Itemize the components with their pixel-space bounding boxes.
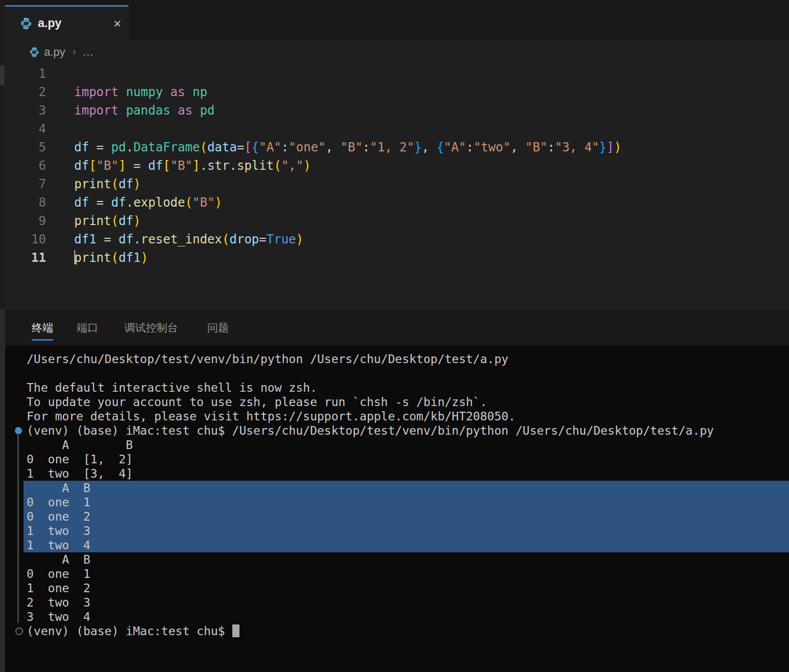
code-text: import numpy as np	[74, 83, 207, 101]
panel-tab-inactive[interactable]: 调试控制台	[124, 309, 178, 346]
line-number: 3	[5, 101, 46, 120]
terminal-line: (venv) (base) iMac:test chu$	[24, 624, 789, 638]
terminal-line-selected: 0 one 1	[24, 495, 789, 509]
terminal-output[interactable]: /Users/chu/Desktop/test/venv/bin/python …	[5, 346, 789, 672]
terminal-line: 0 one [1, 2]	[24, 452, 789, 466]
code-line-3: 3import pandas as pd	[5, 101, 789, 120]
terminal-line: (venv) (base) iMac:test chu$ /Users/chu/…	[24, 423, 789, 438]
panel-tab-inactive[interactable]: 问题	[207, 309, 229, 346]
code-line-4: 4	[5, 120, 789, 138]
terminal-line: The default interactive shell is now zsh…	[24, 380, 789, 395]
panel-tab-label: 端口	[77, 321, 98, 335]
code-text: print(df)	[74, 175, 141, 193]
breadcrumb-separator-icon: ›	[73, 46, 76, 59]
breadcrumb-file[interactable]: a.py	[44, 46, 65, 59]
command-ran-decoration-icon[interactable]	[15, 427, 22, 434]
panel-tab-inactive[interactable]: 端口	[77, 309, 98, 346]
code-text: print(df1)	[74, 249, 148, 267]
tab-a-py[interactable]: a.py ×	[5, 5, 128, 40]
terminal-line-selected: A B	[24, 481, 789, 495]
code-line-6: 6df["B"] = df["B"].str.split(",")	[5, 156, 789, 175]
terminal-line: /Users/chu/Desktop/test/venv/bin/python …	[24, 352, 789, 366]
terminal-line: A B	[24, 438, 789, 452]
code-line-2: 2import numpy as np	[5, 83, 789, 101]
terminal-line-selected: 0 one 2	[24, 509, 789, 524]
line-number: 9	[5, 212, 46, 230]
breadcrumb-symbol[interactable]: …	[82, 46, 95, 59]
vscode-window: a.py × a.py › … 12import numpy as np3imp…	[0, 0, 789, 672]
code-line-8: 8df = df.explode("B")	[5, 193, 789, 212]
left-edge-decoration	[0, 65, 5, 85]
breadcrumb[interactable]: a.py › …	[5, 40, 789, 64]
code-line-9: 9print(df)	[5, 212, 789, 230]
terminal-line: 1 one 2	[24, 581, 789, 595]
code-line-10: 10df1 = df.reset_index(drop=True)	[5, 230, 789, 249]
line-number: 6	[5, 156, 46, 175]
python-file-icon	[19, 17, 33, 30]
tab-label: a.py	[38, 16, 61, 30]
left-edge-strip	[0, 0, 5, 309]
code-text: df = df.explode("B")	[74, 193, 222, 212]
code-line-7: 7print(df)	[5, 175, 789, 193]
terminal-line: To update your account to use zsh, pleas…	[24, 395, 789, 409]
command-decoration-line	[17, 435, 19, 623]
line-number: 4	[5, 120, 46, 138]
line-number: 5	[5, 138, 46, 156]
active-tab-underline	[32, 339, 53, 341]
line-number: 7	[5, 175, 46, 193]
terminal-line: 1 two [3, 4]	[24, 466, 789, 481]
panel-tab-active[interactable]: 终端	[32, 309, 53, 346]
terminal-line: A B	[24, 552, 789, 567]
code-text: df = pd.DataFrame(data=[{"A":"one", "B":…	[74, 138, 621, 156]
code-line-11: 11print(df1)	[5, 249, 789, 267]
left-edge-strip-terminal	[0, 309, 5, 672]
line-number: 8	[5, 193, 46, 212]
code-line-5: 5df = pd.DataFrame(data=[{"A":"one", "B"…	[5, 138, 789, 156]
terminal-line: 2 two 3	[24, 595, 789, 610]
code-text: df1 = df.reset_index(drop=True)	[74, 230, 303, 249]
terminal-line: 0 one 1	[24, 567, 789, 581]
code-text: df["B"] = df["B"].str.split(",")	[74, 156, 311, 175]
line-number: 1	[5, 64, 46, 83]
python-file-icon-small	[29, 47, 40, 58]
code-text: import pandas as pd	[74, 101, 215, 120]
panel-tab-bar: 终端端口调试控制台问题	[5, 309, 789, 346]
code-text: print(df)	[74, 212, 141, 230]
terminal-line: For more details, please visit https://s…	[24, 409, 789, 423]
line-number: 11	[5, 249, 46, 267]
tab-close-icon[interactable]: ×	[114, 17, 121, 30]
command-prompt-decoration-icon[interactable]	[15, 628, 23, 635]
panel-tab-label: 问题	[207, 321, 229, 335]
code-editor[interactable]: 12import numpy as np3import pandas as pd…	[5, 64, 789, 309]
editor-tab-bar: a.py ×	[5, 0, 789, 40]
terminal-line: 3 two 4	[24, 610, 789, 624]
panel-tab-label: 调试控制台	[124, 321, 178, 335]
line-number: 2	[5, 83, 46, 101]
terminal-cursor	[232, 624, 239, 637]
terminal-line-selected: 1 two 4	[24, 538, 789, 552]
panel-tab-label: 终端	[32, 321, 53, 335]
terminal-line-selected: 1 two 3	[24, 524, 789, 538]
line-number: 10	[5, 230, 46, 249]
code-line-1: 1	[5, 64, 789, 83]
terminal-line	[24, 366, 789, 380]
